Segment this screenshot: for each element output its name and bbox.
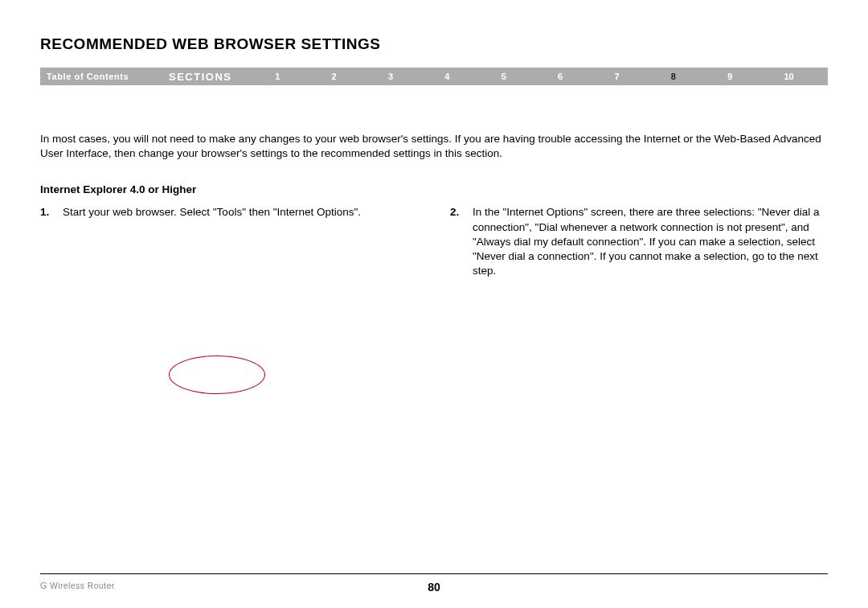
subheading: Internet Explorer 4.0 or Higher xyxy=(40,183,828,195)
sections-label: SECTIONS xyxy=(169,71,249,83)
ellipse-icon xyxy=(169,355,265,394)
page-number: 80 xyxy=(40,581,828,594)
section-link-3[interactable]: 3 xyxy=(388,72,393,81)
step-number: 1. xyxy=(40,205,63,278)
step-text: In the "Internet Options" screen, there … xyxy=(473,205,828,278)
page-footer: G Wireless Router 80 xyxy=(40,573,828,590)
footer-rule xyxy=(40,573,828,574)
document-page: RECOMMENDED WEB BROWSER SETTINGS Table o… xyxy=(0,0,868,608)
section-link-10[interactable]: 10 xyxy=(784,72,794,81)
step-2: 2. In the "Internet Options" screen, the… xyxy=(450,205,828,278)
section-link-2[interactable]: 2 xyxy=(332,72,337,81)
step-number: 2. xyxy=(450,205,473,278)
section-link-1[interactable]: 1 xyxy=(275,72,280,81)
section-navbar: Table of Contents SECTIONS 1 2 3 4 5 6 7… xyxy=(40,68,828,85)
highlight-ellipse xyxy=(169,355,265,394)
section-link-8[interactable]: 8 xyxy=(671,72,676,81)
section-link-7[interactable]: 7 xyxy=(614,72,619,81)
step-1: 1. Start your web browser. Select "Tools… xyxy=(40,205,418,278)
section-link-6[interactable]: 6 xyxy=(558,72,563,81)
section-link-5[interactable]: 5 xyxy=(502,72,506,81)
steps-columns: 1. Start your web browser. Select "Tools… xyxy=(40,205,828,278)
page-title: RECOMMENDED WEB BROWSER SETTINGS xyxy=(40,35,828,53)
section-numbers: 1 2 3 4 5 6 7 8 9 10 xyxy=(249,72,828,81)
section-link-9[interactable]: 9 xyxy=(727,72,732,81)
intro-paragraph: In most cases, you will not need to make… xyxy=(40,132,828,161)
toc-link[interactable]: Table of Contents xyxy=(40,72,169,81)
step-text: Start your web browser. Select "Tools" t… xyxy=(63,205,418,278)
section-link-4[interactable]: 4 xyxy=(444,72,449,81)
